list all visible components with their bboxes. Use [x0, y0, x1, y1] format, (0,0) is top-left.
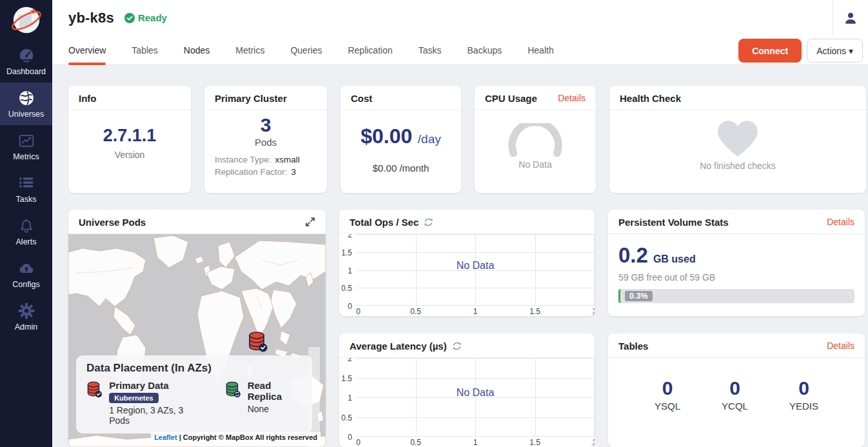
average-latency-card: Average Latency (µs) 2 1.5 1 [339, 333, 595, 447]
sidebar-item-dashboard[interactable]: Dashboard [0, 40, 52, 83]
gridline [535, 358, 536, 437]
y-tick: 1.5 [341, 248, 352, 257]
heart-icon [716, 119, 759, 158]
primary-database-icon [86, 380, 103, 399]
pv-free-text: 59 GB free out of 59 GB [618, 272, 854, 283]
primary-data-map-marker[interactable] [248, 331, 268, 355]
attribution-text: Copyright © MapBox All rights reserved [183, 433, 317, 441]
yedis-count: 0 [789, 377, 818, 399]
cpu-details-link[interactable]: Details [558, 93, 586, 103]
sidebar-item-label: Tasks [0, 195, 52, 204]
configs-icon [18, 260, 35, 277]
attribution-separator: | [179, 433, 181, 441]
yugabyte-logo-icon[interactable] [0, 0, 52, 40]
pv-usage-bar: 0.3% [618, 289, 854, 303]
tab-metrics[interactable]: Metrics [235, 35, 264, 65]
x-tick: 1 [473, 307, 478, 316]
admin-icon [18, 303, 35, 319]
primary-data-detail: 1 Region, 3 AZs, 3 Pods [109, 405, 197, 426]
x-tick: 1 [473, 438, 478, 447]
x-tick: 0.5 [410, 307, 421, 316]
cost-per-month: $0.00 /month [340, 163, 461, 174]
sidebar-item-label: Alerts [0, 237, 52, 246]
ysql-label: YSQL [655, 401, 680, 412]
sidebar-item-label: Metrics [0, 152, 52, 161]
card-title: Tables [618, 341, 648, 352]
tab-tasks[interactable]: Tasks [419, 35, 442, 65]
cpu-no-data-text: No Data [475, 159, 596, 170]
sidebar-item-configs[interactable]: Configs [0, 253, 52, 295]
replication-factor-label: Replication Factor: [215, 167, 288, 177]
refresh-button[interactable] [424, 217, 433, 227]
sidebar-item-label: Configs [0, 280, 52, 289]
refresh-button[interactable] [452, 341, 462, 351]
y-tick: 1 [348, 393, 352, 402]
tab-queries[interactable]: Queries [290, 35, 322, 65]
sidebar-item-admin[interactable]: Admin [0, 295, 52, 338]
sidebar-item-label: Dashboard [0, 67, 52, 76]
card-title: Total Ops / Sec [350, 217, 419, 228]
sidebar-item-tasks[interactable]: Tasks [0, 168, 52, 210]
gridline [416, 234, 417, 306]
legend-primary-data: Primary Data Kubernetes 1 Region, 3 AZs,… [86, 380, 197, 426]
legend-title: Data Placement (In AZs) [86, 362, 302, 375]
leaflet-link[interactable]: Leaflet [154, 433, 177, 441]
sidebar-item-label: Universes [0, 110, 52, 119]
replica-database-icon [225, 380, 241, 399]
pods-label: Pods [204, 137, 327, 148]
tab-backups[interactable]: Backups [468, 35, 502, 65]
status-text: Ready [138, 12, 167, 23]
gridline [416, 358, 417, 437]
primary-data-label: Primary Data [109, 380, 197, 391]
card-title: Primary Cluster [215, 93, 287, 104]
sidebar-item-universes[interactable]: Universes [0, 83, 52, 125]
world-map[interactable]: Data Placement (In AZs) [68, 234, 326, 447]
connect-button[interactable]: Connect [738, 39, 802, 63]
pods-count: 3 [204, 114, 327, 135]
read-replica-label: Read Replica [248, 380, 302, 402]
tab-replication[interactable]: Replication [348, 35, 392, 65]
tab-overview[interactable]: Overview [68, 35, 106, 65]
metrics-icon [18, 132, 35, 149]
version-value: 2.7.1.1 [68, 126, 191, 146]
ycql-label: YCQL [722, 401, 748, 412]
sidebar-item-alerts[interactable]: Alerts [0, 210, 52, 253]
tab-health[interactable]: Health [528, 35, 553, 65]
refresh-icon [424, 217, 433, 227]
gridline [594, 234, 595, 306]
instance-type-label: Instance Type: [215, 155, 271, 164]
x-tick: 1.5 [529, 438, 540, 447]
tables-ycql-stat: 0 YCQL [722, 377, 748, 412]
yedis-label: YEDIS [789, 401, 818, 412]
y-tick: 1.5 [341, 374, 352, 383]
pv-percent-badge: 0.3% [625, 291, 653, 301]
dashboard-icon [18, 47, 35, 64]
chart-area: 2 1.5 1 0.5 0 [339, 234, 595, 316]
persistent-volume-card: Persistent Volume Stats Details 0.2 GB u… [608, 210, 865, 316]
actions-dropdown-button[interactable]: Actions ▾ [807, 39, 863, 63]
status-badge: Ready [124, 12, 167, 23]
tab-nodes[interactable]: Nodes [184, 35, 210, 65]
universe-header: yb-k8s Ready Overview Tables Nodes Metri… [52, 0, 868, 65]
expand-map-button[interactable] [305, 217, 315, 227]
replication-factor-value: 3 [291, 167, 297, 177]
tables-details-link[interactable]: Details [827, 341, 854, 351]
y-tick: 0 [348, 302, 352, 311]
actions-label: Actions [816, 46, 846, 56]
user-icon[interactable] [843, 11, 858, 25]
chart-no-data-text: No Data [457, 260, 495, 272]
y-tick: 0 [348, 433, 352, 442]
expand-icon [305, 217, 315, 227]
card-title: Universe Pods [79, 217, 146, 228]
tab-tables[interactable]: Tables [132, 35, 157, 65]
sidebar-item-metrics[interactable]: Metrics [0, 125, 52, 168]
card-title: Average Latency (µs) [350, 341, 447, 352]
map-attribution: Leaflet | Copyright © MapBox All rights … [151, 432, 321, 442]
pv-details-link[interactable]: Details [827, 217, 854, 227]
card-title: CPU Usage [485, 93, 537, 104]
tab-bar: Overview Tables Nodes Metrics Queries Re… [52, 35, 868, 65]
refresh-icon [452, 341, 462, 351]
data-placement-legend: Data Placement (In AZs) [76, 355, 312, 433]
total-ops-card: Total Ops / Sec 2 1.5 1 [339, 210, 595, 316]
gridline [594, 358, 595, 437]
